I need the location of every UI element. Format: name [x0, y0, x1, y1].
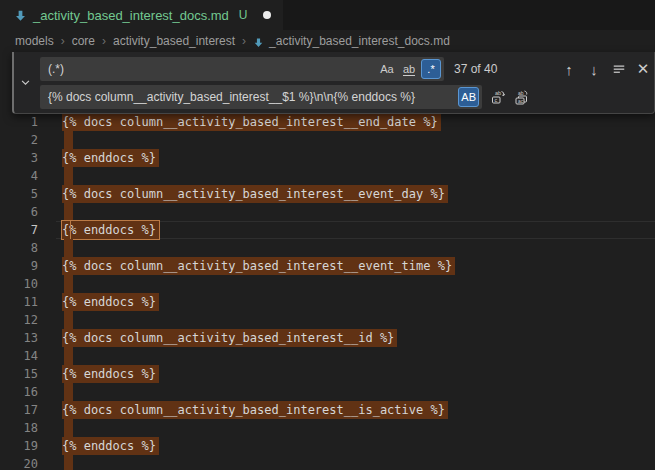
line-content[interactable]: {% docs column__activity_based_interest_…	[62, 185, 448, 203]
markdown-file-icon	[253, 37, 264, 48]
regex-toggle[interactable]: .*	[421, 59, 441, 79]
tab-active-file[interactable]: _activity_based_interest_docs.md U	[0, 0, 283, 30]
replace-all-icon: ab ac	[514, 89, 530, 105]
find-match-empty	[64, 419, 73, 437]
editor-line[interactable]: 20	[0, 455, 655, 470]
editor-line[interactable]: 18	[0, 419, 655, 437]
preserve-case-toggle[interactable]: AB	[458, 87, 479, 107]
line-content[interactable]: {% docs column__activity_based_interest_…	[62, 257, 455, 275]
svg-text:c: c	[495, 97, 498, 103]
find-match-empty	[64, 131, 73, 149]
editor-line[interactable]: 2	[0, 131, 655, 149]
line-number: 4	[0, 167, 38, 185]
find-match: {% docs column__activity_based_interest_…	[62, 113, 441, 131]
editor-line[interactable]: 7{% enddocs %}	[0, 221, 655, 239]
line-content[interactable]: {% enddocs %}	[62, 293, 159, 311]
find-in-selection-icon	[612, 62, 626, 76]
editor-line[interactable]: 12	[0, 311, 655, 329]
line-number: 17	[0, 401, 38, 419]
git-status-badge: U	[239, 8, 248, 22]
line-content[interactable]: {% enddocs %}	[62, 149, 159, 167]
find-match-empty	[64, 275, 73, 293]
find-match: {% enddocs %}	[62, 437, 159, 455]
editor-pane[interactable]: 1{% docs column__activity_based_interest…	[0, 52, 655, 470]
find-match: {% enddocs %}	[62, 365, 159, 383]
line-number: 6	[0, 203, 38, 221]
replace-all-button[interactable]: ab ac	[511, 86, 533, 108]
line-number: 3	[0, 149, 38, 167]
breadcrumb-item-activity-based-interest[interactable]: activity_based_interest	[113, 34, 235, 48]
line-content[interactable]: {% docs column__activity_based_interest_…	[62, 113, 441, 131]
breadcrumb-item-models[interactable]: models	[15, 34, 54, 48]
breadcrumb-separator: ›	[242, 34, 246, 48]
find-match-empty	[64, 203, 73, 221]
line-content[interactable]	[62, 455, 73, 470]
line-number: 11	[0, 293, 38, 311]
editor-line[interactable]: 4	[0, 167, 655, 185]
breadcrumb: models › core › activity_based_interest …	[0, 30, 655, 52]
next-match-button[interactable]: ↓	[583, 58, 605, 80]
breadcrumb-item-core[interactable]: core	[72, 34, 95, 48]
replace-icon: ab c	[490, 89, 506, 105]
line-content[interactable]: {% docs column__activity_based_interest_…	[62, 401, 448, 419]
editor-line[interactable]: 17{% docs column__activity_based_interes…	[0, 401, 655, 419]
close-icon: ✕	[637, 60, 650, 78]
editor-line[interactable]: 8	[0, 239, 655, 257]
svg-text:ac: ac	[518, 98, 524, 104]
find-input-value: (.*)	[40, 62, 377, 76]
line-number: 1	[0, 113, 38, 131]
find-match-empty	[64, 167, 73, 185]
line-content[interactable]: {% enddocs %}	[62, 437, 159, 455]
arrow-up-icon: ↑	[565, 61, 573, 78]
find-match-empty	[64, 347, 73, 365]
line-number: 12	[0, 311, 38, 329]
find-in-selection-button[interactable]	[608, 58, 630, 80]
replace-button[interactable]: ab c	[487, 86, 509, 108]
find-match-empty	[64, 455, 73, 470]
find-match-current: {% enddocs %}	[62, 221, 159, 239]
line-number: 7	[0, 221, 38, 239]
line-number: 19	[0, 437, 38, 455]
close-find-widget-button[interactable]: ✕	[632, 58, 654, 80]
match-case-toggle[interactable]: Aa	[377, 59, 397, 79]
line-content[interactable]: {% enddocs %}	[62, 365, 159, 383]
find-match: {% docs column__activity_based_interest_…	[62, 329, 397, 347]
editor-line[interactable]: 16	[0, 383, 655, 401]
whole-word-toggle[interactable]: ab	[399, 59, 419, 79]
toggle-replace-chevron-icon[interactable]	[16, 73, 34, 91]
editor-line[interactable]: 19{% enddocs %}	[0, 437, 655, 455]
svg-text:ab: ab	[495, 90, 501, 96]
editor-line[interactable]: 5{% docs column__activity_based_interest…	[0, 185, 655, 203]
line-content[interactable]: {% enddocs %}	[62, 221, 159, 239]
tab-filename: _activity_based_interest_docs.md	[33, 8, 229, 23]
editor-line[interactable]: 13{% docs column__activity_based_interes…	[0, 329, 655, 347]
editor-line[interactable]: 3{% enddocs %}	[0, 149, 655, 167]
line-number: 10	[0, 275, 38, 293]
find-input[interactable]: (.*) Aa ab .*	[40, 57, 444, 81]
editor-line[interactable]: 9{% docs column__activity_based_interest…	[0, 257, 655, 275]
editor-line[interactable]: 11{% enddocs %}	[0, 293, 655, 311]
editor-line[interactable]: 15{% enddocs %}	[0, 365, 655, 383]
line-number: 13	[0, 329, 38, 347]
editor-line[interactable]: 6	[0, 203, 655, 221]
find-match: {% docs column__activity_based_interest_…	[62, 257, 455, 275]
line-number: 20	[0, 455, 38, 470]
previous-match-button[interactable]: ↑	[558, 58, 580, 80]
editor-line[interactable]: 10	[0, 275, 655, 293]
line-content[interactable]: {% docs column__activity_based_interest_…	[62, 329, 397, 347]
breadcrumb-item-file[interactable]: _activity_based_interest_docs.md	[269, 34, 450, 48]
arrow-down-icon: ↓	[590, 61, 598, 78]
line-number: 9	[0, 257, 38, 275]
replace-input[interactable]: {% docs column__activity_based_interest_…	[40, 85, 482, 109]
match-count: 37 of 40	[454, 57, 497, 81]
breadcrumb-separator: ›	[61, 34, 65, 48]
editor-line[interactable]: 1{% docs column__activity_based_interest…	[0, 113, 655, 131]
editor-line[interactable]: 14	[0, 347, 655, 365]
modified-dot-indicator[interactable]	[263, 11, 271, 19]
find-match: {% docs column__activity_based_interest_…	[62, 185, 448, 203]
find-match: {% enddocs %}	[62, 149, 159, 167]
breadcrumb-separator: ›	[102, 34, 106, 48]
find-replace-widget: (.*) Aa ab .* 37 of 40 ↑ ↓ ✕ {% docs col…	[12, 52, 655, 114]
line-number: 5	[0, 185, 38, 203]
line-number: 14	[0, 347, 38, 365]
